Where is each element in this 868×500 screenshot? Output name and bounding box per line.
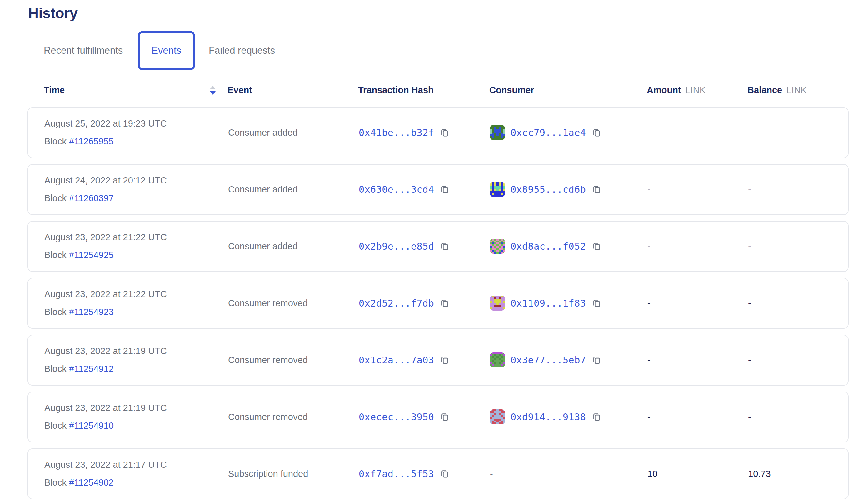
block-label: Block <box>44 364 67 374</box>
consumer-address-link[interactable]: 0x8955...cd6b <box>511 184 586 195</box>
copy-consumer-address-button[interactable] <box>592 127 602 137</box>
copy-transaction-hash-button[interactable] <box>439 412 450 422</box>
event-cell: Consumer added <box>228 127 359 138</box>
sort-indicator-icon[interactable] <box>210 86 216 95</box>
balance-cell: - <box>748 184 832 195</box>
consumer-cell: 0xd914...9138 <box>490 409 648 424</box>
copy-icon <box>439 355 450 365</box>
block-label: Block <box>44 421 67 431</box>
consumer-cell: 0x3e77...5eb7 <box>490 352 648 367</box>
tabs: Recent fulfillmentsEventsFailed requests <box>27 31 849 71</box>
column-header-balance: BalanceLINK <box>747 85 832 95</box>
copy-consumer-address-button[interactable] <box>592 241 602 251</box>
table-row: August 23, 2022 at 21:22 UTC Block #1125… <box>27 221 849 272</box>
row-date: August 23, 2022 at 21:22 UTC <box>44 289 228 299</box>
event-cell: Consumer removed <box>228 298 359 308</box>
row-block-line: Block #11254902 <box>44 477 228 488</box>
copy-transaction-hash-button[interactable] <box>439 184 450 194</box>
balance-unit-label: LINK <box>786 85 807 95</box>
balance-cell: - <box>748 127 832 138</box>
transaction-hash-link[interactable]: 0x41be...b32f <box>359 127 434 138</box>
block-label: Block <box>44 136 67 146</box>
copy-icon <box>592 127 602 137</box>
copy-consumer-address-button[interactable] <box>592 184 602 194</box>
transaction-hash-link[interactable]: 0x2d52...f7db <box>359 298 434 309</box>
amount-unit-label: LINK <box>686 85 706 95</box>
amount-cell: - <box>648 412 748 422</box>
consumer-address-link[interactable]: 0xd914...9138 <box>511 411 586 422</box>
consumer-address-link[interactable]: 0xd8ac...f052 <box>511 241 586 252</box>
copy-transaction-hash-button[interactable] <box>439 298 450 308</box>
row-date: August 25, 2022 at 19:23 UTC <box>44 118 228 129</box>
table-row: August 24, 2022 at 20:12 UTC Block #1126… <box>27 164 849 215</box>
consumer-address-link[interactable]: 0x3e77...5eb7 <box>511 355 586 366</box>
table-row: August 25, 2022 at 19:23 UTC Block #1126… <box>27 107 849 158</box>
page-title: History <box>28 5 868 21</box>
column-header-time[interactable]: Time <box>44 85 227 95</box>
amount-cell: 10 <box>648 469 748 479</box>
amount-cell: - <box>648 241 748 252</box>
block-number-link[interactable]: #11254902 <box>69 477 114 488</box>
transaction-hash-link[interactable]: 0x2b9e...e85d <box>359 241 434 252</box>
row-block-line: Block #11260397 <box>44 193 228 203</box>
consumer-cell: 0x1109...1f83 <box>490 296 648 311</box>
block-number-link[interactable]: #11265955 <box>69 136 114 146</box>
row-block-line: Block #11265955 <box>44 136 228 147</box>
consumer-identicon <box>490 125 505 140</box>
time-cell: August 23, 2022 at 21:19 UTC Block #1125… <box>44 346 228 374</box>
row-date: August 23, 2022 at 21:19 UTC <box>44 346 228 356</box>
balance-cell: - <box>748 412 832 422</box>
sort-desc-icon <box>210 91 216 95</box>
consumer-address-link[interactable]: 0xcc79...1ae4 <box>511 127 586 138</box>
transaction-hash-link[interactable]: 0x1c2a...7a03 <box>359 355 434 366</box>
time-cell: August 23, 2022 at 21:22 UTC Block #1125… <box>44 232 228 260</box>
copy-icon <box>439 469 450 479</box>
row-date: August 23, 2022 at 21:22 UTC <box>44 232 228 242</box>
copy-consumer-address-button[interactable] <box>592 298 602 308</box>
copy-transaction-hash-button[interactable] <box>439 469 450 479</box>
time-cell: August 24, 2022 at 20:12 UTC Block #1126… <box>44 175 228 203</box>
consumer-identicon <box>490 409 505 424</box>
table-row: August 23, 2022 at 21:22 UTC Block #1125… <box>27 278 849 329</box>
block-label: Block <box>44 193 67 203</box>
column-header-transaction-hash: Transaction Hash <box>358 85 489 95</box>
transaction-hash-cell: 0xecec...3950 <box>359 411 490 422</box>
copy-icon <box>439 412 450 422</box>
row-block-line: Block #11254912 <box>44 364 228 374</box>
copy-transaction-hash-button[interactable] <box>439 241 450 251</box>
copy-consumer-address-button[interactable] <box>592 355 602 365</box>
tab-events[interactable]: Events <box>138 31 195 70</box>
copy-consumer-address-button[interactable] <box>592 412 602 422</box>
transaction-hash-cell: 0x2d52...f7db <box>359 298 490 309</box>
copy-icon <box>592 241 602 251</box>
transaction-hash-cell: 0xf7ad...5f53 <box>359 468 490 479</box>
table-header: Time Event Transaction Hash Consumer Amo… <box>27 71 849 107</box>
consumer-cell: 0xd8ac...f052 <box>490 239 648 254</box>
transaction-hash-cell: 0x2b9e...e85d <box>359 241 490 252</box>
transaction-hash-link[interactable]: 0xecec...3950 <box>359 411 434 422</box>
consumer-cell: - <box>490 469 648 479</box>
copy-transaction-hash-button[interactable] <box>439 355 450 365</box>
block-number-link[interactable]: #11254912 <box>69 364 114 374</box>
balance-cell: 10.73 <box>748 469 832 479</box>
event-cell: Consumer removed <box>228 412 359 422</box>
rows: August 25, 2022 at 19:23 UTC Block #1126… <box>27 107 849 499</box>
tab-failed-requests[interactable]: Failed requests <box>209 45 275 56</box>
block-number-link[interactable]: #11254923 <box>69 307 114 317</box>
tab-recent-fulfillments[interactable]: Recent fulfillments <box>44 45 123 56</box>
event-cell: Consumer added <box>228 241 359 252</box>
copy-icon <box>592 184 602 194</box>
transaction-hash-link[interactable]: 0x630e...3cd4 <box>359 184 434 195</box>
block-number-link[interactable]: #11254925 <box>69 250 114 260</box>
time-cell: August 23, 2022 at 21:22 UTC Block #1125… <box>44 289 228 317</box>
block-number-link[interactable]: #11260397 <box>69 193 114 203</box>
transaction-hash-cell: 0x630e...3cd4 <box>359 184 490 195</box>
block-number-link[interactable]: #11254910 <box>69 421 114 431</box>
consumer-identicon <box>490 239 505 254</box>
copy-icon <box>439 184 450 194</box>
transaction-hash-link[interactable]: 0xf7ad...5f53 <box>359 468 434 479</box>
row-block-line: Block #11254925 <box>44 250 228 260</box>
copy-transaction-hash-button[interactable] <box>439 127 450 137</box>
consumer-address-link[interactable]: 0x1109...1f83 <box>511 298 586 309</box>
time-cell: August 23, 2022 at 21:17 UTC Block #1125… <box>44 460 228 488</box>
